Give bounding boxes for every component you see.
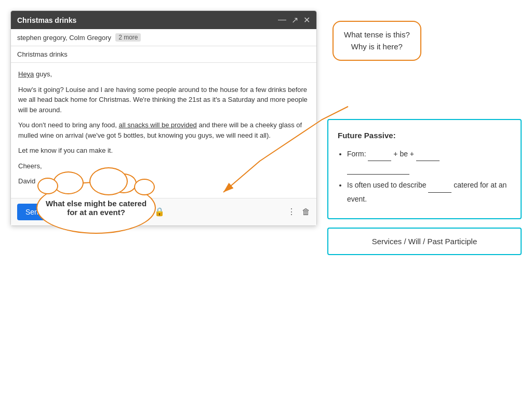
- right-panel: What tense is this? Why is it here? Futu…: [327, 10, 522, 255]
- fp-bullet-2: Is often used to describe catered for at…: [347, 179, 511, 205]
- fp-blank-2: [416, 148, 440, 161]
- future-passive-title: Future Passive:: [338, 128, 511, 142]
- para2-before: You don't need to bring any food,: [18, 121, 119, 129]
- more-options-icon[interactable]: ⋮: [287, 207, 296, 217]
- services-text: Services / Will / Past Participle: [372, 237, 477, 246]
- cloud-bump-1: [111, 174, 137, 193]
- subject-field: Christmas drinks: [11, 46, 316, 63]
- fp-blank-4: [428, 179, 451, 192]
- speech-bubble-line2: Why is it here?: [344, 41, 410, 53]
- more-recipients-badge[interactable]: 2 more: [115, 33, 141, 42]
- subject-text: Christmas drinks: [17, 50, 68, 58]
- email-header: Christmas drinks — ↗ ✕: [11, 11, 316, 29]
- thought-cloud-bubble: What else might be catered for at an eve…: [36, 182, 156, 234]
- email-title: Christmas drinks: [17, 16, 76, 24]
- let-me-know: Let me know if you can make it.: [18, 147, 113, 154]
- paragraph-3: Let me know if you can make it.: [18, 145, 309, 156]
- fp-blank-3: [347, 161, 409, 175]
- arrow-spacer: [327, 69, 522, 111]
- email-controls: — ↗ ✕: [278, 15, 310, 25]
- thought-cloud-annotation: What else might be catered for at an eve…: [36, 182, 156, 234]
- cloud-bump-2: [37, 178, 58, 194]
- speech-bubble-annotation: What tense is this? Why is it here?: [332, 21, 421, 61]
- highlighted-phrase: all snacks will be provided: [119, 121, 197, 129]
- fp-bullet-1: Form: + be +: [347, 148, 511, 175]
- services-box: Services / Will / Past Participle: [327, 228, 522, 255]
- cloud-bump-3: [134, 179, 155, 195]
- close-button[interactable]: ✕: [303, 15, 310, 25]
- minimize-button[interactable]: —: [278, 15, 286, 25]
- thought-cloud-text: What else might be catered for at an eve…: [45, 199, 147, 217]
- to-recipients: stephen gregory, Colm Gregory: [17, 34, 111, 42]
- heya-word: Heya: [18, 70, 34, 78]
- fp-blank-1: [368, 148, 391, 161]
- expand-button[interactable]: ↗: [291, 15, 298, 25]
- fp-form-label: Form:: [347, 150, 368, 158]
- speech-bubble-line1: What tense is this?: [344, 29, 410, 41]
- to-field: stephen gregory, Colm Gregory 2 more: [11, 29, 316, 46]
- salutation: Heya guys,: [18, 69, 309, 79]
- future-passive-box: Future Passive: Form: + be + Is often us…: [327, 119, 522, 219]
- fp-plus-be: + be +: [393, 150, 416, 158]
- fp-often-label: Is often used to describe: [347, 181, 428, 189]
- paragraph-1: How's it going? Louise and I are having …: [18, 85, 309, 115]
- future-passive-list: Form: + be + Is often used to describe c…: [338, 148, 511, 206]
- paragraph-2: You don't need to bring any food, all sn…: [18, 120, 309, 140]
- delete-icon[interactable]: 🗑: [302, 207, 310, 217]
- cheers-line: Cheers,: [18, 161, 309, 171]
